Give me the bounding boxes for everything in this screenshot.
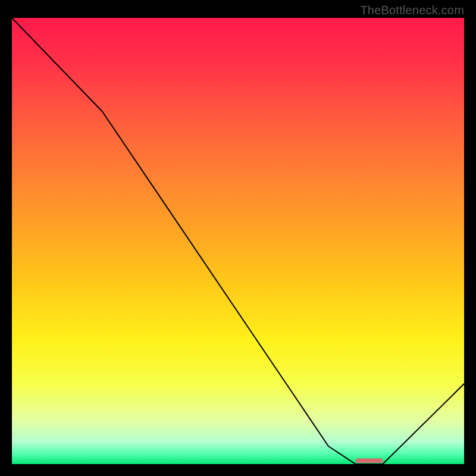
optimal-range-marker	[356, 459, 383, 464]
watermark-text: TheBottleneck.com	[360, 4, 464, 17]
gradient-background	[12, 18, 464, 464]
chart-plot	[12, 18, 464, 464]
chart-container: TheBottleneck.com	[0, 0, 476, 476]
